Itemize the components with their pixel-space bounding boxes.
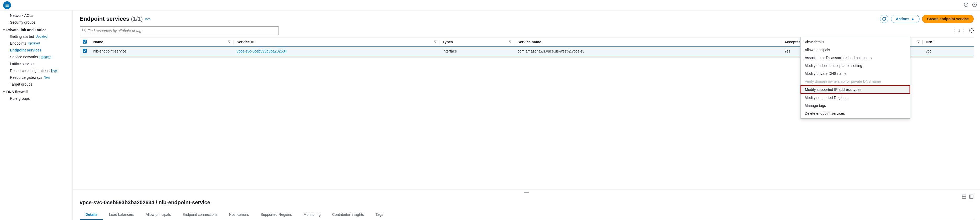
clock-icon[interactable]	[972, 2, 977, 8]
new-badge: New	[51, 69, 57, 72]
cell-name: nlb-endpoint-service	[90, 47, 234, 56]
tab-endpoint-connections[interactable]: Endpoint connections	[177, 210, 223, 220]
sidebar: Network ACLs Security groups ▼PrivateLin…	[0, 11, 73, 220]
select-all-checkbox[interactable]	[83, 40, 87, 43]
sidebar-item-label: Security groups	[10, 20, 35, 24]
actions-menu-item[interactable]: Allow principals	[800, 46, 910, 54]
sidebar-item-label: Endpoints	[10, 41, 26, 45]
panel-splitter[interactable]: ══	[73, 189, 980, 194]
expand-button[interactable]	[969, 194, 974, 200]
detail-tabs: DetailsLoad balancersAllow principalsEnd…	[80, 210, 974, 220]
col-name[interactable]: Name▽	[90, 37, 234, 47]
col-service-name[interactable]: Service name	[514, 37, 781, 47]
tab-load-balancers[interactable]: Load balancers	[103, 210, 140, 220]
sidebar-item-resource-gateways[interactable]: Resource gateways New	[0, 74, 73, 81]
sidebar-item-rule-groups[interactable]: Rule groups	[0, 95, 73, 102]
cell-types: Interface	[439, 47, 514, 56]
search-box[interactable]	[80, 26, 279, 35]
layout-toggle-button[interactable]	[962, 194, 966, 200]
sidebar-item-label: Rule groups	[10, 96, 30, 101]
tab-details[interactable]: Details	[80, 210, 103, 220]
svg-point-4	[966, 5, 966, 5]
sidebar-item-network-acls[interactable]: Network ACLs	[0, 12, 73, 19]
refresh-button[interactable]	[880, 15, 888, 23]
svg-line-8	[84, 31, 86, 32]
topbar	[0, 0, 980, 11]
detail-title: vpce-svc-0ceb593b3ba202634 / nlb-endpoin…	[80, 199, 974, 206]
updated-badge: Updated	[36, 35, 48, 39]
actions-menu-item[interactable]: Modify endpoint acceptance setting	[800, 62, 910, 69]
actions-menu-item: Verify domain ownership for private DNS …	[800, 77, 910, 85]
service-id-link[interactable]: vpce-svc-0ceb593b3ba202634	[237, 49, 287, 53]
sidebar-item-label: Endpoint services	[10, 48, 42, 52]
help-icon[interactable]	[964, 2, 969, 8]
actions-menu-item[interactable]: Modify supported Regions	[800, 94, 910, 101]
tab-tags[interactable]: Tags	[370, 210, 389, 220]
next-page-button[interactable]: 〉	[963, 28, 966, 33]
caret-up-icon: ▲	[911, 17, 915, 21]
actions-menu-item[interactable]: Manage tags	[800, 101, 910, 109]
tab-contributor-insights[interactable]: Contributor Insights	[326, 210, 370, 220]
new-badge: New	[44, 76, 50, 79]
cell-dns: vpc	[923, 47, 974, 56]
create-button-label: Create endpoint service	[927, 17, 969, 21]
sidebar-item-label: Network ACLs	[10, 13, 33, 18]
sidebar-section-dns-firewall[interactable]: ▼DNS firewall	[0, 88, 73, 95]
sidebar-item-label: Resource configurations	[10, 69, 49, 73]
tab-monitoring[interactable]: Monitoring	[298, 210, 326, 220]
sidebar-item-label: Resource gateways	[10, 75, 42, 80]
sidebar-item-endpoint-services[interactable]: Endpoint services	[0, 47, 73, 53]
updated-badge: Updated	[40, 55, 51, 59]
info-link[interactable]: Info	[145, 17, 151, 21]
tab-allow-principals[interactable]: Allow principals	[140, 210, 177, 220]
sidebar-section-privatelink[interactable]: ▼PrivateLink and Lattice	[0, 26, 73, 33]
page-title: Endpoint services (1/1)	[80, 16, 143, 22]
sidebar-item-lattice-services[interactable]: Lattice services	[0, 60, 73, 67]
actions-button-label: Actions	[896, 17, 909, 21]
col-types[interactable]: Types▽	[439, 37, 514, 47]
sidebar-item-label: Service networks	[10, 55, 38, 59]
caret-down-icon: ▼	[3, 29, 6, 32]
sidebar-section-label: DNS firewall	[6, 90, 28, 94]
actions-button[interactable]: Actions ▲	[891, 15, 920, 23]
svg-rect-12	[969, 195, 973, 199]
sidebar-item-label: Target groups	[10, 82, 32, 87]
search-icon	[82, 28, 86, 33]
actions-menu-item[interactable]: Delete endpoint services	[800, 109, 910, 117]
sort-icon: ▽	[509, 40, 511, 43]
sidebar-item-endpoints[interactable]: Endpoints Updated	[0, 40, 73, 47]
col-service-id[interactable]: Service ID▽	[234, 37, 439, 47]
svg-point-9	[971, 30, 972, 31]
sidebar-item-resource-configurations[interactable]: Resource configurations New	[0, 67, 73, 74]
sidebar-item-security-groups[interactable]: Security groups	[0, 19, 73, 26]
row-checkbox[interactable]	[83, 49, 87, 53]
search-input[interactable]	[88, 29, 277, 33]
resource-count: (1/1)	[131, 16, 143, 22]
sidebar-item-label: Getting started	[10, 34, 34, 39]
svg-point-7	[83, 29, 85, 31]
settings-button[interactable]	[969, 28, 974, 34]
col-dns[interactable]: DNS	[923, 37, 974, 47]
actions-menu-item[interactable]: Associate or Disassociate load balancers	[800, 54, 910, 62]
sidebar-item-label: Lattice services	[10, 62, 35, 66]
sidebar-item-service-networks[interactable]: Service networks Updated	[0, 53, 73, 60]
sort-icon: ▽	[434, 40, 436, 43]
actions-menu: View detailsAllow principalsAssociate or…	[800, 37, 910, 119]
create-endpoint-service-button[interactable]: Create endpoint service	[922, 15, 974, 23]
cell-service-name: com.amazonaws.vpce.us-west-2.vpce-sv	[514, 47, 781, 56]
sidebar-item-getting-started[interactable]: Getting started Updated	[0, 33, 73, 40]
sort-icon: ▽	[917, 40, 920, 43]
sidebar-section-label: PrivateLink and Lattice	[6, 28, 46, 32]
actions-menu-item[interactable]: View details	[800, 38, 910, 46]
tab-supported-regions[interactable]: Supported Regions	[255, 210, 298, 220]
prev-page-button[interactable]: 〈	[952, 28, 955, 33]
caret-down-icon: ▼	[3, 91, 6, 93]
sidebar-item-target-groups[interactable]: Target groups	[0, 81, 73, 88]
updated-badge: Updated	[28, 42, 40, 45]
actions-menu-item[interactable]: Modify private DNS name	[800, 69, 910, 77]
page-number: 1	[958, 29, 960, 33]
tab-notifications[interactable]: Notifications	[223, 210, 255, 220]
sort-icon: ▽	[228, 40, 230, 43]
menu-toggle-button[interactable]	[3, 1, 11, 9]
actions-menu-item[interactable]: Modify supported IP address types	[800, 85, 910, 94]
